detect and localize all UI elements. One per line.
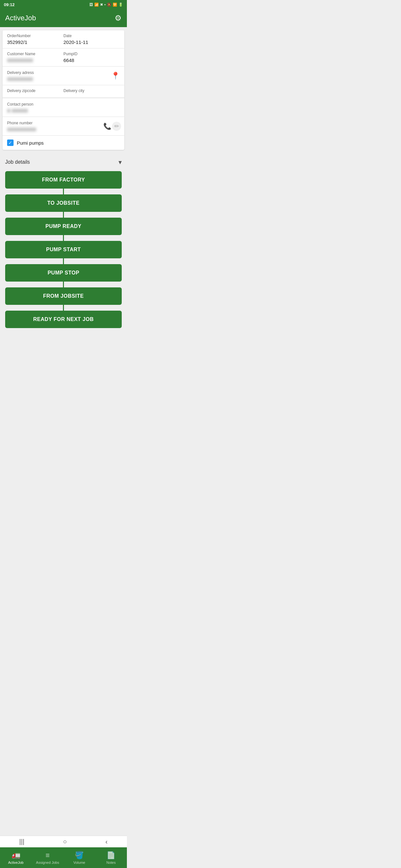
customer-name-col: Customer Name XXXXXXXX: [7, 52, 64, 63]
photo-icon: 🖼: [89, 3, 93, 6]
contact-person-label: Contact person: [7, 102, 33, 106]
phone-number-value: XXXXXXXXX: [7, 127, 120, 132]
date-label: Date: [64, 34, 120, 38]
flow-btn-pump-stop[interactable]: PUMP STOP: [5, 264, 122, 282]
edit-icon[interactable]: ✏: [112, 122, 121, 131]
delivery-address-label: Delivery adress: [7, 70, 34, 75]
flow-btn-from-factory[interactable]: FROM FACTORY: [5, 171, 122, 189]
chevron-down-icon: ▾: [119, 158, 122, 166]
job-details-title: Job details: [5, 159, 30, 165]
app-title: ActiveJob: [5, 14, 36, 22]
customer-name-label: Customer Name: [7, 52, 64, 56]
wifi-icon: 📶: [94, 3, 99, 7]
order-number-value: 352992/1: [7, 39, 64, 45]
flow-btn-pump-start[interactable]: PUMP START: [5, 241, 122, 258]
zipcode-col: Delivery zipcode: [7, 89, 64, 94]
status-bar: 09:12 🖼 📶 ✖ • 🔕 🛜 🔋: [0, 0, 127, 9]
contact-person-row: Contact person X XXXXX: [3, 98, 124, 117]
phone-number-row: Phone number XXXXXXXXX 📞 ✏: [3, 117, 124, 135]
pump-id-label: PumpID: [64, 52, 120, 56]
flow-connector: [63, 305, 64, 311]
flow-connector: [63, 212, 64, 218]
phone-icon[interactable]: 📞: [103, 122, 112, 130]
date-value: 2020-11-11: [64, 39, 120, 45]
flow-btn-pump-ready[interactable]: PUMP READY: [5, 218, 122, 235]
info-card: OrderNumber 352992/1 Date 2020-11-11 Cus…: [3, 30, 124, 150]
phone-number-label: Phone number: [7, 121, 33, 125]
flow-btn-to-jobsite[interactable]: TO JOBSITE: [5, 194, 122, 212]
city-col: Delivery city: [64, 89, 120, 94]
app-bar: ActiveJob ⚙: [0, 9, 127, 27]
settings-icon[interactable]: ⚙: [115, 13, 122, 23]
location-icon[interactable]: 📍: [111, 72, 120, 80]
delivery-address-value: XXXXXXXX: [7, 76, 120, 82]
flow-connector: [63, 189, 64, 194]
zipcode-city-row: Delivery zipcode Delivery city: [3, 85, 124, 98]
order-date-row: OrderNumber 352992/1 Date 2020-11-11: [3, 30, 124, 49]
flow-btn-ready-for-next-job[interactable]: READY FOR NEXT JOB: [5, 311, 122, 328]
flow-connector: [63, 282, 64, 287]
delivery-address-row: Delivery adress XXXXXXXX 📍: [3, 66, 124, 85]
customer-name-value: XXXXXXXX: [7, 58, 64, 63]
battery-icon: 🔋: [119, 3, 123, 7]
status-time: 09:12: [4, 2, 14, 7]
flow-connector: [63, 258, 64, 264]
status-icons: 🖼 📶 ✖ • 🔕 🛜 🔋: [89, 3, 123, 7]
zipcode-label: Delivery zipcode: [7, 89, 64, 93]
pumi-pumps-checkbox[interactable]: ✓: [7, 140, 13, 146]
flow-container: FROM FACTORYTO JOBSITEPUMP READYPUMP STA…: [0, 171, 127, 335]
pumi-pumps-row: ✓ Pumi pumps: [3, 135, 124, 150]
contact-person-value: X XXXXX: [7, 108, 120, 113]
flow-connector: [63, 235, 64, 241]
date-col: Date 2020-11-11: [64, 34, 120, 45]
flow-btn-from-jobsite[interactable]: FROM JOBSITE: [5, 287, 122, 305]
customer-pump-row: Customer Name XXXXXXXX PumpID 6648: [3, 49, 124, 66]
job-details-header[interactable]: Job details ▾: [0, 153, 127, 171]
dot-icon: •: [104, 3, 105, 6]
pump-id-value: 6648: [64, 58, 120, 63]
mute-icon: 🔕: [107, 3, 112, 7]
signal-x-icon: ✖: [100, 3, 103, 7]
pumi-pumps-label: Pumi pumps: [17, 140, 43, 146]
order-number-col: OrderNumber 352992/1: [7, 34, 64, 45]
pump-id-col: PumpID 6648: [64, 52, 120, 63]
city-label: Delivery city: [64, 89, 120, 93]
order-number-label: OrderNumber: [7, 34, 64, 38]
wifi2-icon: 🛜: [113, 3, 117, 7]
